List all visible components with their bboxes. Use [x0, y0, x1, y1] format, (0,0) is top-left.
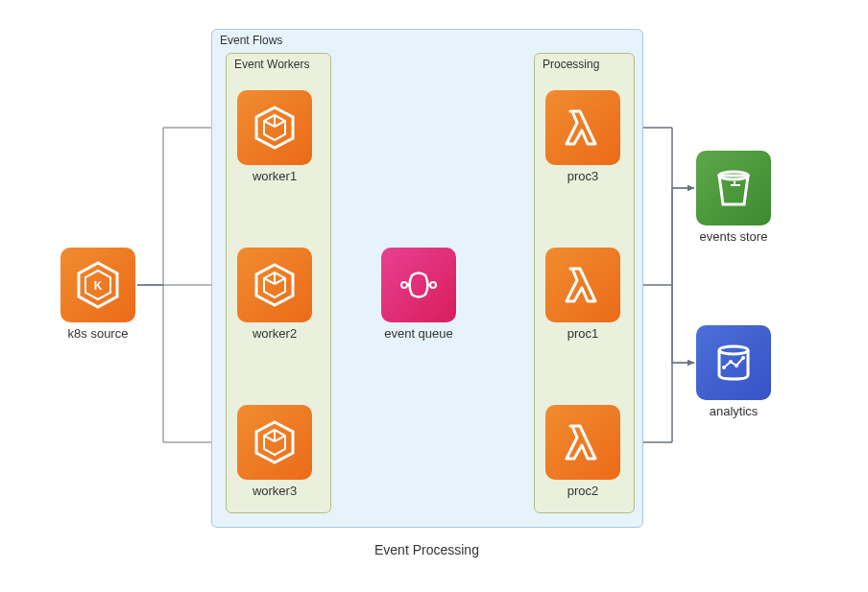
node-events-store: events store: [696, 151, 771, 244]
node-worker1: worker1: [237, 90, 312, 183]
analytics-icon: [696, 325, 771, 400]
svg-marker-3: [256, 107, 293, 148]
svg-point-10: [722, 366, 726, 369]
node-proc2: proc2: [545, 405, 620, 498]
node-proc1: proc1: [545, 248, 620, 341]
node-k8s-source-label: k8s source: [60, 326, 135, 341]
node-proc3: proc3: [545, 90, 620, 183]
node-event-queue-label: event queue: [381, 326, 456, 341]
svg-point-13: [741, 356, 745, 360]
node-worker2: worker2: [237, 248, 312, 341]
svg-point-9: [719, 346, 748, 354]
node-worker3: worker3: [237, 405, 312, 498]
node-proc3-label: proc3: [545, 169, 620, 183]
group-event-workers-title: Event Workers: [234, 58, 309, 71]
node-proc2-label: proc2: [545, 484, 620, 498]
ecs-icon: [237, 405, 312, 480]
node-worker2-label: worker2: [237, 326, 312, 341]
node-k8s-source: K k8s source: [60, 248, 135, 341]
ecs-icon: [237, 248, 312, 322]
group-event-flows-title: Event Flows: [220, 34, 282, 47]
node-proc1-label: proc1: [545, 326, 620, 341]
group-processing-title: Processing: [542, 58, 599, 71]
svg-text:K: K: [94, 279, 103, 293]
svg-marker-5: [256, 422, 293, 462]
node-worker1-label: worker1: [237, 169, 312, 183]
lambda-icon: [545, 405, 620, 480]
node-analytics-label: analytics: [696, 404, 771, 418]
diagram-caption: Event Processing: [374, 542, 479, 557]
svg-point-7: [430, 282, 436, 288]
ecs-icon: [237, 90, 312, 165]
s3-bucket-icon: [696, 151, 771, 225]
eventbridge-icon: [381, 248, 456, 322]
svg-point-11: [729, 360, 733, 364]
node-worker3-label: worker3: [237, 484, 312, 498]
node-analytics: analytics: [696, 325, 771, 418]
svg-point-12: [735, 364, 738, 367]
lambda-icon: [545, 248, 620, 322]
eks-icon: K: [60, 248, 135, 322]
lambda-icon: [545, 90, 620, 165]
svg-point-6: [401, 282, 407, 288]
svg-marker-4: [256, 265, 293, 305]
node-events-store-label: events store: [696, 229, 771, 244]
node-event-queue: event queue: [381, 248, 456, 341]
